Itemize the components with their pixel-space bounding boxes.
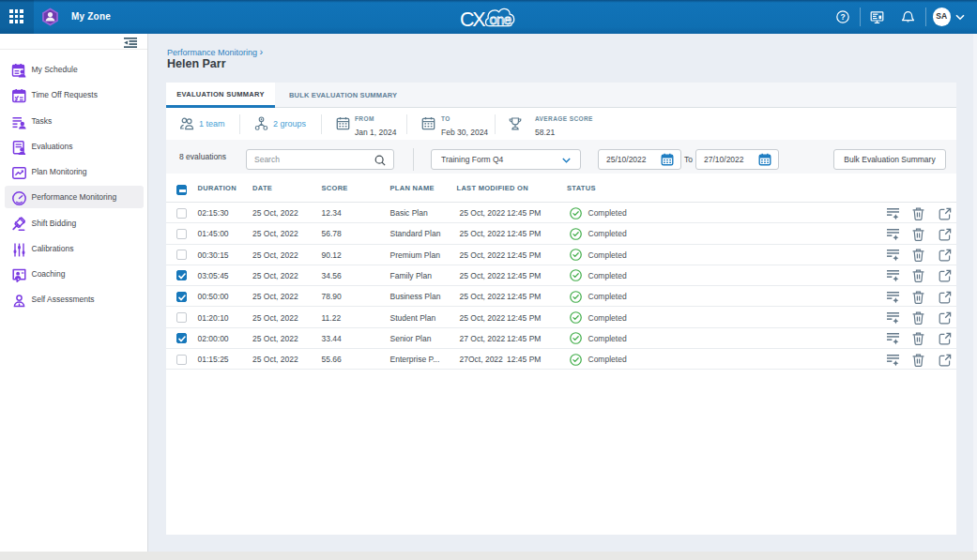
svg-text:one: one [490, 11, 512, 27]
svg-text:?: ? [840, 12, 845, 22]
svg-text:CX: CX [460, 8, 486, 31]
